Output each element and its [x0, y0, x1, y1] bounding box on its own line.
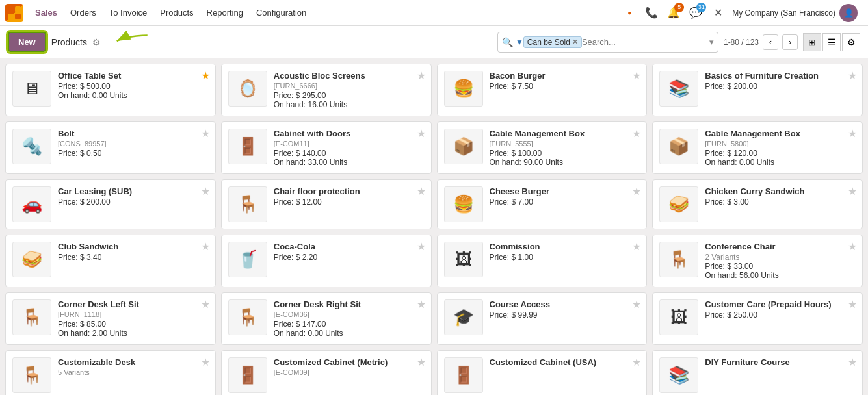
product-price: Price: $ 200.00 — [705, 82, 856, 91]
nav-orders[interactable]: Orders — [64, 0, 103, 26]
product-name: Chair floor protection — [274, 186, 425, 196]
product-name: Coca-Cola — [274, 242, 425, 251]
product-stock: On hand: 0.00 Units — [705, 158, 856, 167]
product-card[interactable]: 🥪 Club Sandwich Price: $ 3.40 ★ — [5, 235, 216, 287]
chat-icon[interactable]: 💬 31 — [687, 4, 705, 22]
product-name: Club Sandwich — [58, 242, 209, 251]
star-button[interactable]: ★ — [632, 185, 641, 198]
page-prev-button[interactable]: ‹ — [763, 34, 778, 50]
kanban-view-button[interactable]: ⊞ — [803, 33, 821, 51]
product-card[interactable]: 📦 Cable Management Box [FURN_5800] Price… — [652, 121, 863, 174]
product-card[interactable]: 🔩 Bolt [CONS_89957] Price: $ 0.50 ★ — [5, 121, 216, 174]
nav-reporting[interactable]: Reporting — [200, 0, 250, 26]
star-button[interactable]: ★ — [632, 356, 641, 368]
star-button[interactable]: ★ — [417, 185, 426, 198]
star-button[interactable]: ★ — [848, 70, 857, 82]
product-price: Price: $ 147.00 — [274, 320, 425, 329]
star-button[interactable]: ★ — [201, 70, 210, 82]
star-button[interactable]: ★ — [417, 127, 426, 140]
product-info: Cable Management Box [FURN_5555] Price: … — [490, 129, 640, 167]
product-card[interactable]: 🎓 Course Access Price: $ 99.99 ★ — [437, 292, 648, 345]
product-image: 📚 — [659, 357, 698, 393]
star-button[interactable]: ★ — [848, 240, 857, 253]
product-info: Customized Cabinet (USA) — [490, 357, 640, 368]
product-card[interactable]: 📚 DIY Furniture Course ★ — [652, 350, 863, 395]
product-card[interactable]: 🍔 Cheese Burger Price: $ 7.00 ★ — [437, 179, 648, 229]
new-button[interactable]: New — [8, 32, 46, 52]
product-card[interactable]: 🪑 Corner Desk Right Sit [E-COM06] Price:… — [221, 292, 432, 345]
star-button[interactable]: ★ — [632, 240, 641, 253]
product-ref: [FURN_5800] — [705, 140, 856, 147]
product-card[interactable]: 🚪 Customized Cabinet (Metric) [E-COM09] … — [221, 350, 432, 395]
star-button[interactable]: ★ — [417, 70, 426, 82]
nav-sales[interactable]: Sales — [29, 0, 64, 26]
product-name: Course Access — [490, 299, 640, 309]
star-button[interactable]: ★ — [201, 185, 210, 198]
product-card[interactable]: 🍔 Bacon Burger Price: $ 7.50 ★ — [437, 64, 648, 116]
list-view-button[interactable]: ☰ — [822, 33, 841, 51]
filter-tag-can-be-sold: Can be Sold ✕ — [523, 36, 582, 48]
product-image: 🥪 — [659, 186, 698, 222]
product-name: Office Table Set — [58, 71, 209, 81]
product-image: 🖼 — [444, 242, 483, 277]
product-card[interactable]: 🖼 Commission Price: $ 1.00 ★ — [437, 235, 648, 287]
product-image: 🚪 — [228, 357, 267, 393]
star-button[interactable]: ★ — [848, 185, 857, 198]
product-card[interactable]: 🪑 Chair floor protection Price: $ 12.00 … — [221, 179, 432, 229]
star-button[interactable]: ★ — [632, 298, 641, 311]
product-card[interactable]: 📚 Basics of Furniture Creation Price: $ … — [652, 64, 863, 116]
star-button[interactable]: ★ — [417, 298, 426, 311]
star-button[interactable]: ★ — [632, 127, 641, 140]
product-name: Cable Management Box — [705, 129, 856, 138]
filter-remove-icon[interactable]: ✕ — [572, 38, 578, 46]
search-dropdown-icon[interactable]: ▾ — [709, 37, 714, 47]
product-card[interactable]: 🪞 Acoustic Bloc Screens [FURN_6666] Pric… — [221, 64, 432, 116]
star-button[interactable]: ★ — [417, 240, 426, 253]
search-input[interactable] — [582, 37, 709, 47]
product-price: Price: $ 200.00 — [58, 198, 209, 207]
product-card[interactable]: 🪑 Customizable Desk 5 Variants ★ — [5, 350, 216, 395]
breadcrumb-settings-icon[interactable]: ⚙ — [92, 37, 101, 47]
star-button[interactable]: ★ — [848, 298, 857, 311]
top-navigation: Sales Orders To Invoice Products Reporti… — [0, 0, 868, 26]
product-info: Acoustic Bloc Screens [FURN_6666] Price:… — [274, 71, 425, 109]
star-button[interactable]: ★ — [848, 127, 857, 140]
product-price: Price: $ 12.00 — [274, 198, 425, 207]
product-image: 🚪 — [444, 357, 483, 393]
star-button[interactable]: ★ — [201, 356, 210, 368]
product-card[interactable]: 🪑 Corner Desk Left Sit [FURN_1118] Price… — [5, 292, 216, 345]
star-button[interactable]: ★ — [848, 356, 857, 368]
company-selector[interactable]: My Company (San Francisco) 👤 — [727, 4, 863, 22]
star-button[interactable]: ★ — [201, 298, 210, 311]
product-card[interactable]: 🥪 Chicken Curry Sandwich Price: $ 3.00 ★ — [652, 179, 863, 229]
status-dot-icon[interactable]: ● — [620, 4, 638, 22]
product-card[interactable]: 🪑 Conference Chair 2 Variants Price: $ 3… — [652, 235, 863, 287]
svg-rect-3 — [15, 14, 21, 19]
page-next-button[interactable]: › — [782, 34, 798, 50]
product-card[interactable]: 🚪 Customized Cabinet (USA) ★ — [437, 350, 648, 395]
product-card[interactable]: 🖥 Office Table Set Price: $ 500.00 On ha… — [5, 64, 216, 116]
nav-to-invoice[interactable]: To Invoice — [103, 0, 154, 26]
nav-products[interactable]: Products — [153, 0, 200, 26]
product-card[interactable]: 🚪 Cabinet with Doors [E-COM11] Price: $ … — [221, 121, 432, 174]
svg-rect-2 — [8, 14, 14, 19]
star-button[interactable]: ★ — [201, 240, 210, 253]
product-info: Cabinet with Doors [E-COM11] Price: $ 14… — [274, 129, 425, 167]
product-name: Basics of Furniture Creation — [705, 71, 856, 81]
view-settings-button[interactable]: ⚙ — [842, 33, 860, 51]
product-price: Price: $ 295.00 — [274, 91, 425, 100]
nav-configuration[interactable]: Configuration — [250, 0, 313, 26]
product-card[interactable]: 📦 Cable Management Box [FURN_5555] Price… — [437, 121, 648, 174]
star-button[interactable]: ★ — [417, 356, 426, 368]
sub-header: New Products ⚙ 🔍 ▼ Can be Sold ✕ ▾ 1-80 … — [0, 26, 868, 58]
product-card[interactable]: 🖼 Customer Care (Prepaid Hours) Price: $… — [652, 292, 863, 345]
product-card[interactable]: 🥤 Coca-Cola Price: $ 2.20 ★ — [221, 235, 432, 287]
star-button[interactable]: ★ — [201, 127, 210, 140]
product-price: Price: $ 2.20 — [274, 253, 425, 262]
phone-icon[interactable]: 📞 — [642, 4, 661, 22]
bell-icon[interactable]: 🔔 5 — [664, 4, 683, 22]
star-button[interactable]: ★ — [632, 70, 641, 82]
product-card[interactable]: 🚗 Car Leasing (SUB) Price: $ 200.00 ★ — [5, 179, 216, 229]
filter-tag-label: Can be Sold — [527, 38, 570, 47]
tools-icon[interactable]: ✕ — [709, 4, 727, 22]
